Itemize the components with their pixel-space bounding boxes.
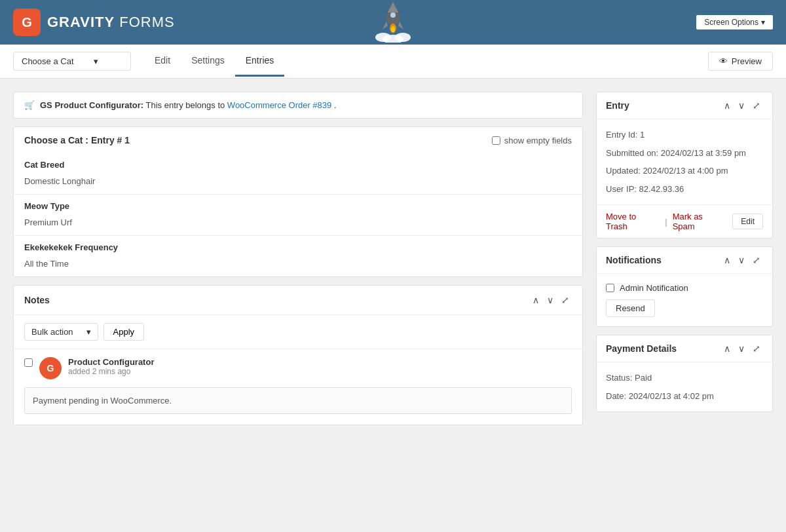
payment-collapse-down-button[interactable]: ∨ (736, 342, 747, 355)
admin-notification-row: Admin Notification (606, 283, 763, 293)
show-empty-label-text: show empty fields (504, 136, 572, 145)
payment-status-row: Status: Paid (606, 371, 763, 385)
notes-collapse-down-button[interactable]: ∨ (544, 294, 556, 307)
notice-bar: 🛒 GS Product Configurator: This entry be… (13, 92, 583, 119)
nav-edit-link[interactable]: Edit (144, 46, 181, 77)
entry-form-panel: Choose a Cat : Entry # 1 show empty fiel… (13, 126, 583, 277)
notes-collapse-up-button[interactable]: ∧ (530, 294, 542, 307)
mark-as-spam-link[interactable]: Mark as Spam (673, 212, 728, 231)
note-author: Product Configurator (68, 357, 154, 367)
updated-value: 2024/02/13 at 4:00 pm (643, 166, 728, 176)
entry-id-row: Entry Id: 1 (606, 128, 763, 142)
payment-controls: ∧ ∨ ⤢ (721, 342, 763, 355)
notifications-controls: ∧ ∨ ⤢ (721, 254, 763, 267)
user-ip-label: User IP: (606, 184, 637, 194)
notes-toolbar: Bulk action ▾ Apply (14, 315, 582, 349)
svg-point-9 (391, 26, 395, 33)
submitted-value: 2024/02/13 at 3:59 pm (661, 148, 746, 158)
action-separator: | (665, 217, 667, 227)
notif-collapse-up-button[interactable]: ∧ (721, 254, 733, 267)
preview-button[interactable]: 👁 Preview (708, 52, 773, 71)
payment-details-panel: Payment Details ∧ ∨ ⤢ Status: Paid Date:… (596, 335, 773, 412)
entry-panel-title: Choose a Cat : Entry # 1 (24, 135, 130, 145)
notes-expand-button[interactable]: ⤢ (559, 294, 572, 307)
payment-date-value: 2024/02/13 at 4:02 pm (629, 391, 714, 401)
entry-meta-controls: ∧ ∨ ⤢ (721, 99, 763, 112)
entry-title-row: Choose a Cat : Entry # 1 show empty fiel… (14, 127, 582, 153)
resend-button[interactable]: Resend (606, 299, 655, 317)
payment-details-header: Payment Details ∧ ∨ ⤢ (597, 335, 772, 362)
notif-collapse-down-button[interactable]: ∨ (736, 254, 747, 267)
payment-expand-button[interactable]: ⤢ (750, 342, 763, 355)
cat-breed-value: Domestic Longhair (14, 174, 582, 194)
logo-area: G GRAVITY FORMS (13, 9, 175, 36)
payment-collapse-up-button[interactable]: ∧ (721, 342, 733, 355)
screen-options-chevron-icon: ▾ (761, 18, 765, 27)
show-empty-fields-checkbox[interactable] (492, 136, 500, 145)
note-item: G Product Configurator added 2 mins ago (14, 349, 582, 387)
submitted-row: Submitted on: 2024/02/13 at 3:59 pm (606, 147, 763, 160)
entry-meta-body: Entry Id: 1 Submitted on: 2024/02/13 at … (597, 119, 772, 204)
woocommerce-order-link[interactable]: WooCommerce Order #839 (227, 100, 331, 110)
cart-icon: 🛒 (24, 100, 35, 110)
nav-links: Edit Settings Entries (144, 46, 708, 77)
notif-expand-button[interactable]: ⤢ (750, 254, 763, 267)
entry-expand-button[interactable]: ⤢ (750, 99, 763, 112)
preview-label: Preview (732, 56, 762, 66)
payment-status-value: Paid (635, 373, 652, 383)
notifications-title: Notifications (606, 255, 662, 265)
user-ip-value: 82.42.93.36 (639, 184, 684, 194)
entry-id-value: 1 (640, 130, 645, 140)
admin-notification-checkbox[interactable] (606, 284, 614, 292)
ekeke-label: Ekekekekek Frequency (14, 236, 582, 256)
meow-type-label: Meow Type (14, 195, 582, 215)
note-checkbox[interactable] (24, 358, 33, 367)
notes-panel-header: Notes ∧ ∨ ⤢ (14, 286, 582, 315)
notice-message: This entry belongs to (146, 100, 227, 110)
field-group-meow-type: Meow Type Premium Urf (14, 195, 582, 236)
choose-cat-select[interactable]: Choose a Cat ▾ (13, 52, 131, 71)
entry-action-links: Move to Trash | Mark as Spam Edit (597, 204, 772, 238)
notifications-panel: Notifications ∧ ∨ ⤢ Admin Notification R… (596, 246, 773, 327)
notes-panel-controls: ∧ ∨ ⤢ (530, 294, 572, 307)
entry-collapse-down-button[interactable]: ∨ (736, 99, 747, 112)
logo-text: GRAVITY FORMS (47, 14, 175, 31)
move-to-trash-link[interactable]: Move to Trash (606, 212, 660, 231)
field-group-cat-breed: Cat Breed Domestic Longhair (14, 153, 582, 195)
edit-entry-button[interactable]: Edit (732, 214, 763, 229)
show-empty-fields-label[interactable]: show empty fields (492, 136, 572, 145)
notice-suffix: . (334, 100, 337, 110)
entry-meta-panel: Entry ∧ ∨ ⤢ Entry Id: 1 Submitted on: 20… (596, 92, 773, 238)
bulk-action-select[interactable]: Bulk action ▾ (24, 323, 98, 341)
svg-point-5 (390, 12, 396, 18)
eye-icon: 👁 (719, 56, 728, 66)
admin-notification-label: Admin Notification (620, 283, 688, 293)
notifications-header: Notifications ∧ ∨ ⤢ (597, 247, 772, 274)
updated-label: Updated: (606, 166, 641, 176)
nav-settings-link[interactable]: Settings (181, 46, 235, 77)
entry-id-label: Entry Id: (606, 130, 637, 140)
note-time: added 2 mins ago (68, 367, 154, 376)
svg-marker-6 (383, 22, 388, 29)
svg-marker-4 (388, 2, 398, 12)
main-content: 🛒 GS Product Configurator: This entry be… (0, 79, 786, 438)
chevron-down-icon: ▾ (94, 56, 98, 66)
svg-point-2 (395, 33, 411, 42)
notice-plugin-name: GS Product Configurator: (40, 100, 143, 110)
apply-button[interactable]: Apply (103, 323, 145, 341)
entry-collapse-up-button[interactable]: ∧ (721, 99, 733, 112)
svg-marker-7 (398, 22, 403, 29)
nav-bar: Choose a Cat ▾ Edit Settings Entries 👁 P… (0, 45, 786, 79)
payment-date-label: Date: (606, 391, 626, 401)
cat-breed-label: Cat Breed (14, 153, 582, 174)
ekeke-value: All the Time (14, 256, 582, 276)
screen-options-button[interactable]: Screen Options ▾ (696, 15, 773, 29)
payment-status-label: Status: (606, 373, 632, 383)
nav-entries-link[interactable]: Entries (235, 46, 285, 77)
rocket-area (373, 0, 413, 45)
screen-options-label: Screen Options (704, 18, 758, 27)
payment-date-row: Date: 2024/02/13 at 4:02 pm (606, 390, 763, 403)
notes-title: Notes (24, 295, 50, 305)
notes-panel: Notes ∧ ∨ ⤢ Bulk action ▾ Apply G Produc… (13, 285, 583, 425)
submitted-label: Submitted on: (606, 148, 658, 158)
